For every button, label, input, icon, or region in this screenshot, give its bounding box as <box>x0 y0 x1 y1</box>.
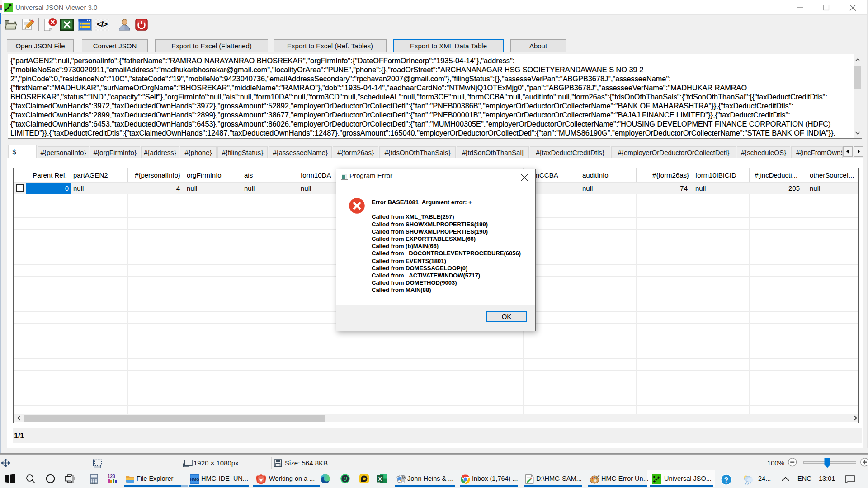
svg-text:?: ? <box>724 476 729 484</box>
svg-text:U: U <box>344 476 348 482</box>
svg-text:HMG: HMG <box>190 477 199 482</box>
svg-text:123: 123 <box>108 474 115 479</box>
svg-text:X: X <box>378 476 382 482</box>
